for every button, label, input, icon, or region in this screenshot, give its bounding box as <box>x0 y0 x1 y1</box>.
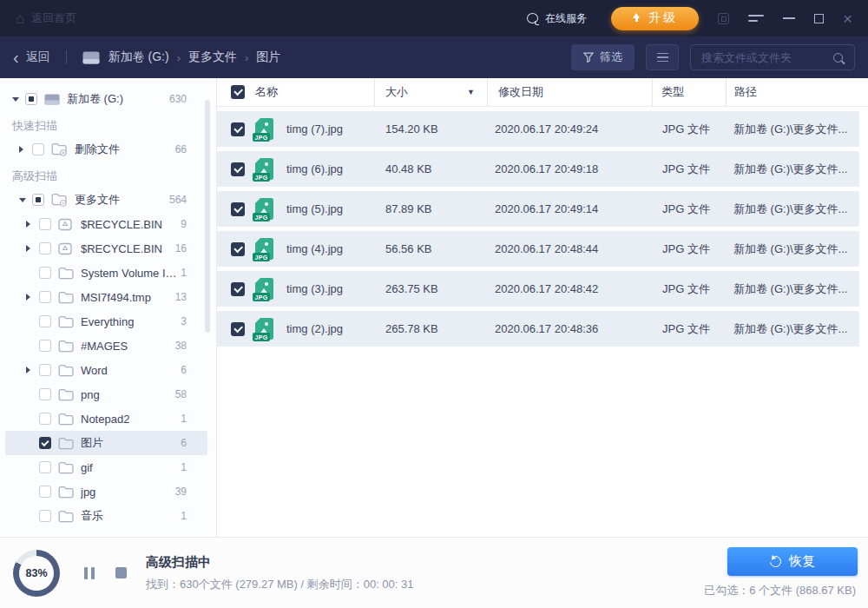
file-row[interactable]: JPG timg (7).jpg 154.20 KB 2020.06.17 20… <box>217 111 859 147</box>
menu-button[interactable] <box>748 15 764 22</box>
file-size: 265.78 KB <box>373 322 486 335</box>
column-header-type[interactable]: 类型 <box>652 78 726 106</box>
recover-button[interactable]: 恢复 <box>727 547 858 576</box>
collapse-arrow-icon[interactable] <box>26 294 36 301</box>
sidebar-item[interactable]: $RECYCLE.BIN16 <box>5 236 207 261</box>
collapse-arrow-icon[interactable] <box>26 245 36 252</box>
sidebar-item[interactable]: jpg39 <box>5 479 207 504</box>
upgrade-arrow-icon <box>632 13 641 23</box>
sidebar-item[interactable]: 音乐1 <box>5 504 207 528</box>
column-header-name[interactable]: 名称 <box>255 78 374 106</box>
file-row[interactable]: JPG timg (6).jpg 40.48 KB 2020.06.17 20:… <box>217 151 859 187</box>
minimize-icon <box>783 17 795 19</box>
search-input[interactable] <box>691 51 833 64</box>
file-row[interactable]: JPG timg (2).jpg 265.78 KB 2020.06.17 20… <box>217 311 859 347</box>
expand-arrow-icon[interactable] <box>19 198 30 202</box>
tree-checkbox[interactable] <box>39 267 51 279</box>
row-checkbox[interactable] <box>231 322 245 336</box>
filter-button[interactable]: 筛选 <box>571 44 635 70</box>
row-checkbox[interactable] <box>231 242 245 256</box>
tree-checkbox[interactable] <box>39 340 51 352</box>
sidebar-item[interactable]: Everything3 <box>5 309 207 334</box>
tree-checkbox[interactable] <box>32 194 44 206</box>
sidebar-item[interactable]: png58 <box>5 382 207 406</box>
collapse-arrow-icon[interactable] <box>26 367 36 373</box>
row-checkbox[interactable] <box>231 162 245 176</box>
sidebar-item[interactable]: System Volume Inf...1 <box>5 261 207 285</box>
folder-icon <box>58 267 74 280</box>
sidebar-item[interactable]: gif1 <box>5 455 207 479</box>
tree-checkbox[interactable] <box>39 364 51 376</box>
sidebar-item[interactable]: $RECYCLE.BIN9 <box>5 212 207 236</box>
maximize-button[interactable] <box>814 14 824 23</box>
restore-icon <box>767 553 783 569</box>
breadcrumb-segment-current[interactable]: 图片 <box>256 50 280 65</box>
collapse-arrow-icon[interactable] <box>26 221 36 228</box>
table-header: 名称 大小 ▼ 修改日期 类型 路径 <box>217 78 868 107</box>
search-icon[interactable] <box>833 53 843 63</box>
item-label: 更多文件 <box>75 192 120 208</box>
tree-checkbox[interactable] <box>39 315 51 327</box>
column-header-date[interactable]: 修改日期 <box>487 78 652 106</box>
select-all-checkbox[interactable] <box>231 85 245 99</box>
close-button[interactable]: × <box>843 10 852 27</box>
folder-icon <box>58 413 74 426</box>
file-date: 2020.06.17 20:48:42 <box>486 282 651 295</box>
column-header-size[interactable]: 大小 ▼ <box>374 78 487 106</box>
file-row[interactable]: JPG timg (4).jpg 56.56 KB 2020.06.17 20:… <box>217 231 859 267</box>
sidebar-scrollbar[interactable] <box>205 100 210 333</box>
sidebar-item[interactable]: 删除文件66 <box>5 137 207 162</box>
file-name: timg (7).jpg <box>286 122 373 135</box>
pause-button[interactable] <box>84 567 95 579</box>
row-checkbox[interactable] <box>231 202 245 216</box>
file-row[interactable]: JPG timg (5).jpg 87.89 KB 2020.06.17 20:… <box>217 191 859 227</box>
item-count: 1 <box>181 510 207 522</box>
online-service-button[interactable]: 在线服务 <box>522 10 592 27</box>
tree-checkbox[interactable] <box>39 437 51 449</box>
headset-icon <box>527 13 538 23</box>
back-button[interactable]: ‹ 返回 <box>13 50 50 65</box>
tree-checkbox[interactable] <box>32 143 44 155</box>
jpg-file-icon: JPG <box>255 158 273 180</box>
file-type: JPG 文件 <box>651 281 725 297</box>
upgrade-button[interactable]: 升级 <box>611 7 699 30</box>
tree-checkbox[interactable] <box>39 486 51 498</box>
scan-status-title: 高级扫描中 <box>146 554 414 571</box>
sidebar-item[interactable]: 新加卷 (G:)630 <box>5 87 207 111</box>
tree-checkbox[interactable] <box>39 218 51 230</box>
file-size: 154.20 KB <box>373 122 486 135</box>
list-view-button[interactable] <box>646 44 679 70</box>
home-button[interactable]: ⌂ 返回首页 <box>16 10 76 26</box>
file-type: JPG 文件 <box>651 241 725 257</box>
item-label: Notepad2 <box>81 413 129 426</box>
column-header-path[interactable]: 路径 <box>726 78 868 106</box>
tree-checkbox[interactable] <box>39 388 51 400</box>
tree-checkbox[interactable] <box>25 93 37 105</box>
minimize-button[interactable] <box>783 17 795 19</box>
sidebar-item[interactable]: 更多文件564 <box>5 188 207 212</box>
item-count: 564 <box>169 194 207 206</box>
tree-checkbox[interactable] <box>39 413 51 425</box>
tree-checkbox[interactable] <box>39 291 51 303</box>
recycle-bin-icon <box>58 242 74 255</box>
sidebar-item[interactable]: Word6 <box>5 358 207 382</box>
menu-icon <box>748 15 764 22</box>
file-row[interactable]: JPG timg (3).jpg 263.75 KB 2020.06.17 20… <box>217 271 859 307</box>
stop-button[interactable] <box>115 567 127 578</box>
breadcrumb-segment-folder[interactable]: 更多文件 <box>188 50 237 65</box>
row-checkbox[interactable] <box>231 282 245 296</box>
expand-arrow-icon[interactable] <box>12 97 23 102</box>
tree-checkbox[interactable] <box>39 510 51 522</box>
feedback-button[interactable] <box>718 13 729 24</box>
tree-checkbox[interactable] <box>39 242 51 254</box>
sidebar-item[interactable]: MSI7f494.tmp13 <box>5 285 207 309</box>
row-checkbox[interactable] <box>231 122 245 136</box>
sidebar-item[interactable]: Notepad21 <box>5 406 207 431</box>
tree-checkbox[interactable] <box>39 461 51 473</box>
file-type: JPG 文件 <box>651 122 725 137</box>
collapse-arrow-icon[interactable] <box>19 146 30 153</box>
breadcrumb-segment-drive[interactable]: 新加卷 (G:) <box>108 50 169 65</box>
sidebar-item[interactable]: #MAGES38 <box>5 334 207 358</box>
sidebar-item[interactable]: 图片6 <box>5 431 207 455</box>
sort-arrow-icon[interactable]: ▼ <box>467 88 475 96</box>
